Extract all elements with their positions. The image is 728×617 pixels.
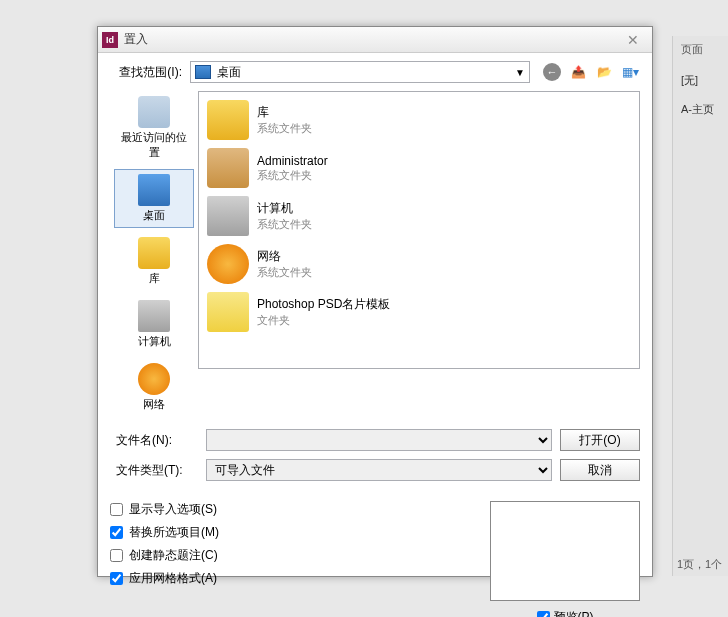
sidebar-item-label: 库 — [149, 271, 160, 286]
replace-selected-checkbox[interactable]: 替换所选项目(M) — [110, 524, 490, 541]
list-item[interactable]: 计算机系统文件夹 — [203, 192, 635, 240]
file-type: 系统文件夹 — [257, 121, 312, 136]
preview-checkbox[interactable]: 预览(P) — [490, 609, 640, 617]
sidebar-item-label: 计算机 — [138, 334, 171, 349]
chevron-down-icon: ▼ — [515, 67, 525, 78]
file-name: 计算机 — [257, 200, 312, 217]
sidebar-item-computer[interactable]: 计算机 — [114, 295, 194, 354]
dialog-titlebar[interactable]: Id 置入 ✕ — [98, 27, 652, 53]
page-count: 1页，1个 — [677, 557, 722, 572]
file-list[interactable]: 库系统文件夹Administrator系统文件夹计算机系统文件夹网络系统文件夹P… — [198, 91, 640, 369]
pages-tab[interactable]: 页面 — [677, 40, 724, 59]
file-name: Photoshop PSD名片模板 — [257, 296, 390, 313]
view-menu-button[interactable]: ▦▾ — [620, 62, 640, 82]
master-a[interactable]: A-主页 — [677, 98, 724, 121]
recent-icon — [138, 96, 170, 128]
lib-icon — [207, 100, 249, 140]
file-name: 网络 — [257, 248, 312, 265]
filename-label: 文件名(N): — [110, 432, 198, 449]
folder-icon — [207, 292, 249, 332]
desktop-icon — [138, 174, 170, 206]
dialog-title: 置入 — [124, 31, 618, 48]
list-item[interactable]: 网络系统文件夹 — [203, 240, 635, 288]
list-item[interactable]: Administrator系统文件夹 — [203, 144, 635, 192]
computer-icon — [138, 300, 170, 332]
sidebar-item-label: 桌面 — [143, 208, 165, 223]
sidebar-item-label: 网络 — [143, 397, 165, 412]
new-folder-button[interactable]: 📂 — [594, 62, 614, 82]
places-sidebar: 最近访问的位置桌面库计算机网络 — [110, 91, 198, 417]
file-type: 系统文件夹 — [257, 168, 328, 183]
sidebar-item-lib[interactable]: 库 — [114, 232, 194, 291]
file-type: 文件夹 — [257, 313, 390, 328]
apply-grid-format-checkbox[interactable]: 应用网格格式(A) — [110, 570, 490, 587]
app-icon: Id — [102, 32, 118, 48]
cancel-button[interactable]: 取消 — [560, 459, 640, 481]
file-name: 库 — [257, 104, 312, 121]
user-icon — [207, 148, 249, 188]
up-button[interactable]: 📤 — [568, 62, 588, 82]
close-button[interactable]: ✕ — [618, 30, 648, 50]
place-dialog: Id 置入 ✕ 查找范围(I): 桌面 ▼ ← 📤 📂 ▦▾ 最近访问的位置桌面… — [97, 26, 653, 577]
list-item[interactable]: Photoshop PSD名片模板文件夹 — [203, 288, 635, 336]
lookin-value: 桌面 — [217, 64, 241, 81]
computer-icon — [207, 196, 249, 236]
desktop-icon — [195, 65, 211, 79]
pages-panel: 页面 [无] A-主页 1页，1个 — [672, 36, 728, 576]
back-button[interactable]: ← — [542, 62, 562, 82]
file-name: Administrator — [257, 154, 328, 168]
file-type: 系统文件夹 — [257, 217, 312, 232]
sidebar-item-desktop[interactable]: 桌面 — [114, 169, 194, 228]
list-item[interactable]: 库系统文件夹 — [203, 96, 635, 144]
sidebar-item-network[interactable]: 网络 — [114, 358, 194, 417]
show-import-options-checkbox[interactable]: 显示导入选项(S) — [110, 501, 490, 518]
preview-box — [490, 501, 640, 601]
file-type: 系统文件夹 — [257, 265, 312, 280]
lib-icon — [138, 237, 170, 269]
filename-input[interactable] — [206, 429, 552, 451]
lookin-dropdown[interactable]: 桌面 ▼ — [190, 61, 530, 83]
open-button[interactable]: 打开(O) — [560, 429, 640, 451]
lookin-label: 查找范围(I): — [110, 64, 190, 81]
network-icon — [138, 363, 170, 395]
filetype-label: 文件类型(T): — [110, 462, 198, 479]
master-none[interactable]: [无] — [677, 69, 724, 92]
create-static-captions-checkbox[interactable]: 创建静态题注(C) — [110, 547, 490, 564]
sidebar-item-recent[interactable]: 最近访问的位置 — [114, 91, 194, 165]
network-icon — [207, 244, 249, 284]
filetype-select[interactable]: 可导入文件 — [206, 459, 552, 481]
sidebar-item-label: 最近访问的位置 — [117, 130, 191, 160]
